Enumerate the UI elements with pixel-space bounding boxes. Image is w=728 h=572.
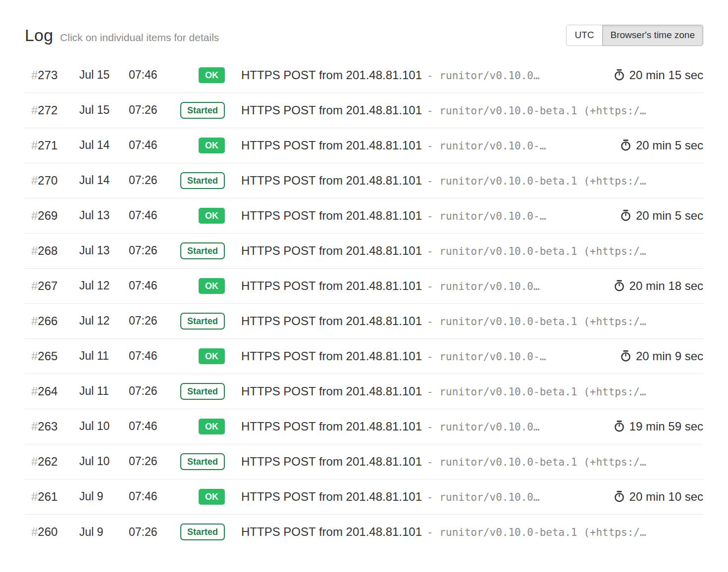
- user-agent-text: - runitor/v0.10.0-beta.1 (+https:/…: [427, 316, 646, 328]
- event-duration: 20 min 10 sec: [614, 490, 703, 504]
- status-badge-cell: Started: [177, 242, 225, 259]
- event-duration: 20 min 15 sec: [614, 68, 703, 82]
- event-time: 07:26: [129, 244, 177, 257]
- event-description: HTTPS POST from 201.48.81.101- runitor/v…: [241, 139, 611, 152]
- log-row[interactable]: #271 Jul 14 07:46 OK HTTPS POST from 201…: [25, 128, 703, 163]
- status-badge: Started: [180, 383, 225, 400]
- event-number-value: 270: [38, 174, 57, 187]
- event-number-value: 264: [38, 384, 57, 398]
- event-number-value: 266: [38, 314, 57, 328]
- log-row[interactable]: #261 Jul 9 07:46 OK HTTPS POST from 201.…: [25, 479, 703, 515]
- user-agent-text: - runitor/v0.10.0…: [427, 421, 540, 433]
- status-badge: OK: [199, 489, 225, 505]
- event-text: HTTPS POST from 201.48.81.101: [241, 279, 422, 292]
- status-badge: Started: [180, 172, 225, 189]
- event-date: Jul 15: [79, 68, 129, 82]
- event-duration: 20 min 5 sec: [620, 139, 703, 152]
- event-number: #271: [31, 139, 79, 152]
- log-row[interactable]: #265 Jul 11 07:46 OK HTTPS POST from 201…: [25, 339, 703, 374]
- event-description: HTTPS POST from 201.48.81.101- runitor/v…: [241, 209, 611, 223]
- status-badge-cell: OK: [177, 419, 225, 434]
- event-description: HTTPS POST from 201.48.81.101- runitor/v…: [241, 384, 703, 398]
- status-badge-cell: Started: [177, 102, 225, 119]
- event-time: 07:26: [129, 314, 177, 328]
- log-row[interactable]: #267 Jul 12 07:46 OK HTTPS POST from 201…: [25, 269, 703, 304]
- title-wrap: Log Click on individual items for detail…: [25, 26, 219, 45]
- timezone-toggle-group: UTC Browser's time zone: [566, 25, 703, 46]
- user-agent-text: - runitor/v0.10.0-…: [427, 210, 546, 222]
- event-number: #268: [31, 244, 79, 258]
- event-text: HTTPS POST from 201.48.81.101: [241, 455, 422, 468]
- user-agent-text: - runitor/v0.10.0-beta.1 (+https:/…: [427, 175, 646, 187]
- event-date: Jul 11: [79, 349, 129, 363]
- page-subtitle: Click on individual items for details: [60, 32, 219, 44]
- page-header: Log Click on individual items for detail…: [25, 25, 703, 46]
- status-badge-cell: OK: [177, 348, 225, 364]
- stopwatch-icon: [620, 139, 631, 151]
- status-badge-cell: OK: [177, 489, 225, 505]
- event-date: Jul 14: [79, 139, 129, 152]
- event-time: 07:46: [129, 139, 177, 152]
- page-title: Log: [25, 26, 53, 45]
- event-text: HTTPS POST from 201.48.81.101: [241, 349, 422, 363]
- log-page: Log Click on individual items for detail…: [0, 0, 728, 550]
- event-description: HTTPS POST from 201.48.81.101- runitor/v…: [241, 103, 703, 117]
- log-row[interactable]: #264 Jul 11 07:26 Started HTTPS POST fro…: [25, 374, 703, 409]
- log-row[interactable]: #263 Jul 10 07:46 OK HTTPS POST from 201…: [25, 409, 703, 444]
- duration-text: 20 min 5 sec: [636, 209, 703, 223]
- browsers-timezone-button[interactable]: Browser's time zone: [602, 25, 703, 46]
- event-description: HTTPS POST from 201.48.81.101- runitor/v…: [241, 244, 703, 258]
- event-text: HTTPS POST from 201.48.81.101: [241, 174, 422, 187]
- log-row[interactable]: #273 Jul 15 07:46 OK HTTPS POST from 201…: [25, 58, 703, 93]
- event-text: HTTPS POST from 201.48.81.101: [241, 244, 422, 257]
- event-text: HTTPS POST from 201.48.81.101: [241, 139, 422, 152]
- event-number: #269: [31, 209, 79, 223]
- log-row[interactable]: #266 Jul 12 07:26 Started HTTPS POST fro…: [25, 304, 703, 339]
- hash-prefix: #: [31, 244, 38, 257]
- event-duration: 20 min 9 sec: [620, 349, 703, 363]
- status-badge-cell: Started: [177, 524, 225, 540]
- log-row[interactable]: #269 Jul 13 07:46 OK HTTPS POST from 201…: [25, 198, 703, 234]
- status-badge: OK: [199, 419, 225, 434]
- stopwatch-icon: [614, 69, 625, 81]
- event-number: #273: [31, 68, 79, 82]
- event-time: 07:46: [129, 490, 177, 503]
- event-text: HTTPS POST from 201.48.81.101: [241, 209, 422, 222]
- event-number: #270: [31, 174, 79, 188]
- event-text: HTTPS POST from 201.48.81.101: [241, 490, 422, 503]
- user-agent-text: - runitor/v0.10.0-…: [427, 351, 546, 363]
- user-agent-text: - runitor/v0.10.0…: [427, 281, 540, 292]
- event-text: HTTPS POST from 201.48.81.101: [241, 314, 422, 328]
- status-badge-cell: Started: [177, 172, 225, 189]
- utc-button[interactable]: UTC: [566, 25, 602, 46]
- duration-text: 20 min 15 sec: [629, 68, 703, 82]
- event-text: HTTPS POST from 201.48.81.101: [241, 68, 422, 82]
- log-row[interactable]: #270 Jul 14 07:26 Started HTTPS POST fro…: [25, 163, 703, 198]
- event-time: 07:26: [129, 455, 177, 468]
- event-description: HTTPS POST from 201.48.81.101- runitor/v…: [241, 349, 611, 363]
- event-date: Jul 13: [79, 244, 129, 257]
- status-badge: OK: [199, 67, 225, 83]
- log-row[interactable]: #262 Jul 10 07:26 Started HTTPS POST fro…: [25, 444, 703, 479]
- event-number-value: 269: [38, 209, 57, 222]
- log-row[interactable]: #260 Jul 9 07:26 Started HTTPS POST from…: [25, 515, 703, 550]
- hash-prefix: #: [31, 420, 38, 433]
- status-badge-cell: Started: [177, 383, 225, 400]
- hash-prefix: #: [31, 349, 38, 363]
- log-row[interactable]: #272 Jul 15 07:26 Started HTTPS POST fro…: [25, 93, 703, 128]
- duration-text: 20 min 5 sec: [636, 139, 703, 152]
- event-date: Jul 10: [79, 420, 129, 433]
- event-date: Jul 13: [79, 209, 129, 222]
- event-number: #260: [31, 525, 79, 539]
- event-text: HTTPS POST from 201.48.81.101: [241, 103, 422, 117]
- hash-prefix: #: [31, 314, 38, 328]
- event-date: Jul 12: [79, 279, 129, 292]
- event-text: HTTPS POST from 201.48.81.101: [241, 420, 422, 433]
- log-row[interactable]: #268 Jul 13 07:26 Started HTTPS POST fro…: [25, 234, 703, 269]
- stopwatch-icon: [620, 209, 631, 222]
- status-badge: Started: [180, 313, 225, 330]
- event-number-value: 272: [38, 103, 57, 117]
- event-description: HTTPS POST from 201.48.81.101- runitor/v…: [241, 525, 703, 539]
- stopwatch-icon: [614, 420, 625, 432]
- event-date: Jul 10: [79, 455, 129, 468]
